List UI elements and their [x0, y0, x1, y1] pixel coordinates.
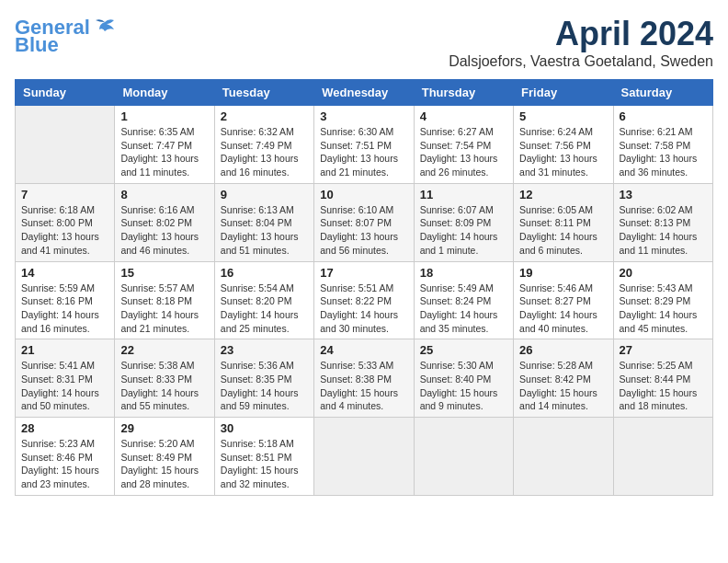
calendar-cell: 26Sunrise: 5:28 AM Sunset: 8:42 PM Dayli… [514, 339, 613, 418]
day-number: 6 [620, 109, 707, 123]
calendar-cell: 9Sunrise: 6:13 AM Sunset: 8:04 PM Daylig… [214, 183, 313, 261]
calendar-cell [514, 418, 613, 496]
day-info: Sunrise: 5:38 AM Sunset: 8:33 PM Dayligh… [120, 359, 208, 413]
calendar-cell: 24Sunrise: 5:33 AM Sunset: 8:38 PM Dayli… [314, 339, 414, 418]
weekday-header-wednesday: Wednesday [314, 80, 414, 106]
day-info: Sunrise: 6:02 AM Sunset: 8:13 PM Dayligh… [620, 203, 707, 258]
day-info: Sunrise: 6:30 AM Sunset: 7:51 PM Dayligh… [320, 125, 407, 179]
calendar-cell: 7Sunrise: 6:18 AM Sunset: 8:00 PM Daylig… [16, 183, 115, 261]
calendar-cell: 21Sunrise: 5:41 AM Sunset: 8:31 PM Dayli… [16, 339, 115, 418]
day-number: 14 [21, 266, 108, 280]
day-info: Sunrise: 5:59 AM Sunset: 8:16 PM Dayligh… [21, 282, 108, 336]
calendar-cell: 2Sunrise: 6:32 AM Sunset: 7:49 PM Daylig… [214, 106, 313, 184]
calendar-cell [414, 418, 513, 496]
calendar-cell: 25Sunrise: 5:30 AM Sunset: 8:40 PM Dayli… [414, 339, 513, 418]
calendar-table: SundayMondayTuesdayWednesdayThursdayFrid… [15, 79, 713, 496]
day-number: 25 [420, 343, 507, 357]
weekday-header-friday: Friday [514, 80, 613, 106]
calendar-cell: 19Sunrise: 5:46 AM Sunset: 8:27 PM Dayli… [514, 261, 613, 339]
page-header: General Blue April 2024 Dalsjoefors, Vae… [15, 15, 713, 70]
day-info: Sunrise: 6:24 AM Sunset: 7:56 PM Dayligh… [519, 125, 607, 179]
calendar-cell: 17Sunrise: 5:51 AM Sunset: 8:22 PM Dayli… [314, 261, 414, 339]
calendar-cell: 22Sunrise: 5:38 AM Sunset: 8:33 PM Dayli… [115, 339, 214, 418]
day-info: Sunrise: 5:18 AM Sunset: 8:51 PM Dayligh… [221, 437, 308, 491]
day-number: 20 [620, 266, 707, 280]
calendar-cell: 29Sunrise: 5:20 AM Sunset: 8:49 PM Dayli… [115, 418, 214, 496]
day-number: 19 [519, 266, 607, 280]
day-number: 30 [221, 421, 308, 435]
day-info: Sunrise: 5:23 AM Sunset: 8:46 PM Dayligh… [21, 437, 108, 491]
day-number: 5 [519, 109, 607, 123]
weekday-header-thursday: Thursday [414, 80, 513, 106]
calendar-cell [314, 418, 414, 496]
calendar-cell: 18Sunrise: 5:49 AM Sunset: 8:24 PM Dayli… [414, 261, 513, 339]
day-info: Sunrise: 6:05 AM Sunset: 8:11 PM Dayligh… [519, 203, 607, 258]
logo-blue-text: Blue [15, 33, 59, 57]
day-number: 3 [320, 109, 407, 123]
title-block: April 2024 Dalsjoefors, Vaestra Goetalan… [449, 15, 713, 70]
calendar-cell: 1Sunrise: 6:35 AM Sunset: 7:47 PM Daylig… [115, 106, 214, 184]
calendar-cell: 23Sunrise: 5:36 AM Sunset: 8:35 PM Dayli… [214, 339, 313, 418]
calendar-cell: 13Sunrise: 6:02 AM Sunset: 8:13 PM Dayli… [613, 183, 712, 261]
calendar-cell: 20Sunrise: 5:43 AM Sunset: 8:29 PM Dayli… [613, 261, 712, 339]
day-number: 12 [519, 188, 607, 201]
day-info: Sunrise: 6:27 AM Sunset: 7:54 PM Dayligh… [420, 125, 507, 179]
calendar-week-row: 14Sunrise: 5:59 AM Sunset: 8:16 PM Dayli… [16, 261, 713, 339]
day-number: 21 [21, 343, 108, 357]
day-info: Sunrise: 6:21 AM Sunset: 7:58 PM Dayligh… [620, 125, 707, 179]
day-info: Sunrise: 5:51 AM Sunset: 8:22 PM Dayligh… [320, 282, 407, 336]
day-info: Sunrise: 5:49 AM Sunset: 8:24 PM Dayligh… [420, 282, 507, 336]
day-number: 18 [420, 266, 507, 280]
weekday-header-saturday: Saturday [613, 80, 712, 106]
day-number: 23 [221, 343, 308, 357]
day-info: Sunrise: 5:46 AM Sunset: 8:27 PM Dayligh… [519, 282, 607, 336]
weekday-header-row: SundayMondayTuesdayWednesdayThursdayFrid… [16, 80, 713, 106]
day-number: 24 [320, 343, 407, 357]
day-number: 15 [120, 266, 208, 280]
weekday-header-tuesday: Tuesday [214, 80, 313, 106]
day-info: Sunrise: 5:25 AM Sunset: 8:44 PM Dayligh… [620, 359, 707, 413]
day-number: 17 [320, 266, 407, 280]
day-info: Sunrise: 6:35 AM Sunset: 7:47 PM Dayligh… [120, 125, 208, 179]
calendar-cell: 28Sunrise: 5:23 AM Sunset: 8:46 PM Dayli… [16, 418, 115, 496]
logo-bird-icon [92, 15, 118, 40]
day-number: 28 [21, 421, 108, 435]
day-number: 29 [120, 421, 208, 435]
day-number: 8 [120, 188, 208, 201]
day-info: Sunrise: 5:33 AM Sunset: 8:38 PM Dayligh… [320, 359, 407, 413]
day-number: 13 [620, 188, 707, 201]
day-number: 16 [221, 266, 308, 280]
day-number: 26 [519, 343, 607, 357]
calendar-cell: 12Sunrise: 6:05 AM Sunset: 8:11 PM Dayli… [514, 183, 613, 261]
day-info: Sunrise: 6:18 AM Sunset: 8:00 PM Dayligh… [21, 203, 108, 258]
calendar-cell: 8Sunrise: 6:16 AM Sunset: 8:02 PM Daylig… [115, 183, 214, 261]
day-info: Sunrise: 6:13 AM Sunset: 8:04 PM Dayligh… [221, 203, 308, 258]
day-number: 11 [420, 188, 507, 201]
day-number: 7 [21, 188, 108, 201]
day-info: Sunrise: 5:54 AM Sunset: 8:20 PM Dayligh… [221, 282, 308, 336]
day-info: Sunrise: 6:07 AM Sunset: 8:09 PM Dayligh… [420, 203, 507, 258]
day-info: Sunrise: 5:43 AM Sunset: 8:29 PM Dayligh… [620, 282, 707, 336]
day-info: Sunrise: 5:20 AM Sunset: 8:49 PM Dayligh… [120, 437, 208, 491]
day-info: Sunrise: 5:30 AM Sunset: 8:40 PM Dayligh… [420, 359, 507, 413]
day-number: 4 [420, 109, 507, 123]
location-title: Dalsjoefors, Vaestra Goetaland, Sweden [449, 53, 713, 70]
day-info: Sunrise: 5:28 AM Sunset: 8:42 PM Dayligh… [519, 359, 607, 413]
day-info: Sunrise: 6:32 AM Sunset: 7:49 PM Dayligh… [221, 125, 308, 179]
calendar-cell: 30Sunrise: 5:18 AM Sunset: 8:51 PM Dayli… [214, 418, 313, 496]
calendar-week-row: 7Sunrise: 6:18 AM Sunset: 8:00 PM Daylig… [16, 183, 713, 261]
calendar-cell: 16Sunrise: 5:54 AM Sunset: 8:20 PM Dayli… [214, 261, 313, 339]
day-number: 10 [320, 188, 407, 201]
calendar-cell: 10Sunrise: 6:10 AM Sunset: 8:07 PM Dayli… [314, 183, 414, 261]
day-info: Sunrise: 6:10 AM Sunset: 8:07 PM Dayligh… [320, 203, 407, 258]
calendar-week-row: 28Sunrise: 5:23 AM Sunset: 8:46 PM Dayli… [16, 418, 713, 496]
weekday-header-sunday: Sunday [16, 80, 115, 106]
day-number: 27 [620, 343, 707, 357]
calendar-cell: 5Sunrise: 6:24 AM Sunset: 7:56 PM Daylig… [514, 106, 613, 184]
calendar-cell [613, 418, 712, 496]
month-title: April 2024 [449, 15, 713, 53]
calendar-cell [16, 106, 115, 184]
calendar-cell: 4Sunrise: 6:27 AM Sunset: 7:54 PM Daylig… [414, 106, 513, 184]
weekday-header-monday: Monday [115, 80, 214, 106]
calendar-cell: 3Sunrise: 6:30 AM Sunset: 7:51 PM Daylig… [314, 106, 414, 184]
